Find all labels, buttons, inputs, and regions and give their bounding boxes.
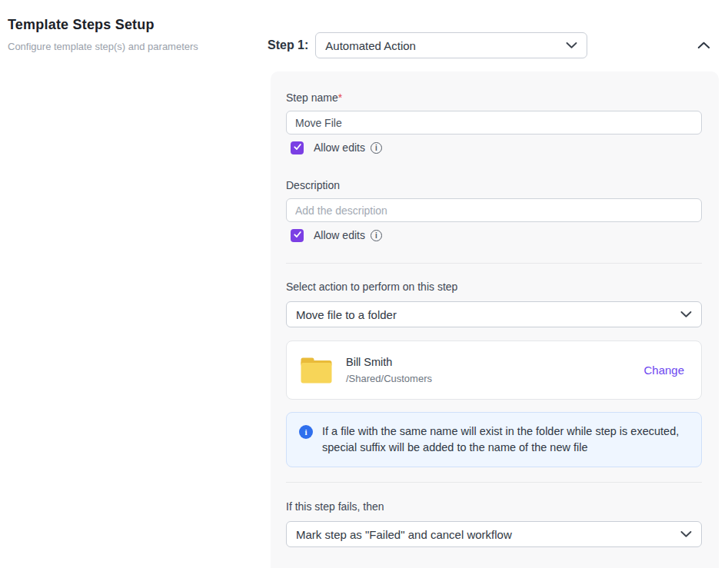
info-alert: i If a file with the same name will exis… bbox=[286, 412, 702, 467]
step-name-label-text: Step name bbox=[286, 91, 338, 104]
folder-icon bbox=[301, 357, 332, 384]
chevron-down-icon bbox=[680, 311, 692, 318]
info-circle-outline-icon[interactable]: i bbox=[371, 230, 382, 241]
action-select-value: Move file to a folder bbox=[296, 308, 397, 321]
failure-select[interactable]: Mark step as "Failed" and cancel workflo… bbox=[286, 521, 702, 547]
template-steps-setup-page: Template Steps Setup Configure template … bbox=[0, 0, 728, 568]
step-type-value: Automated Action bbox=[325, 39, 416, 52]
change-folder-link[interactable]: Change bbox=[643, 364, 684, 377]
allow-edits-label: Allow edits bbox=[314, 141, 365, 154]
page-intro: Template Steps Setup Configure template … bbox=[8, 17, 254, 52]
step-config-panel: Step name* Allow edits i Description bbox=[271, 71, 719, 568]
step-name-label: Step name* bbox=[286, 91, 703, 104]
page-subtitle: Configure template step(s) and parameter… bbox=[8, 41, 254, 52]
step-editor: Step 1: Automated Action Step name* bbox=[268, 0, 719, 568]
allow-edits-checkbox[interactable] bbox=[291, 229, 304, 242]
info-circle-filled-icon: i bbox=[299, 425, 313, 439]
chevron-down-icon bbox=[680, 531, 692, 538]
folder-owner-name: Bill Smith bbox=[346, 356, 432, 368]
destination-folder-card: Bill Smith /Shared/Customers Change bbox=[286, 340, 702, 400]
action-select[interactable]: Move file to a folder bbox=[286, 301, 702, 327]
section-divider bbox=[286, 482, 702, 483]
info-circle-outline-icon[interactable]: i bbox=[371, 142, 382, 154]
allow-edits-checkbox[interactable] bbox=[291, 141, 304, 154]
page-title: Template Steps Setup bbox=[8, 17, 254, 33]
folder-meta: Bill Smith /Shared/Customers bbox=[346, 356, 432, 384]
step-header: Step 1: Automated Action bbox=[268, 32, 719, 58]
description-allow-edits-row: Allow edits i bbox=[286, 228, 703, 243]
step-number-label: Step 1: bbox=[268, 38, 308, 52]
check-icon bbox=[293, 141, 302, 154]
collapse-step-button[interactable] bbox=[694, 36, 713, 55]
check-icon bbox=[293, 228, 302, 242]
folder-path: /Shared/Customers bbox=[346, 373, 432, 384]
chevron-down-icon bbox=[566, 42, 577, 49]
chevron-up-icon bbox=[697, 38, 710, 52]
required-asterisk: * bbox=[338, 91, 342, 104]
failure-select-value: Mark step as "Failed" and cancel workflo… bbox=[296, 528, 512, 541]
step-name-input[interactable] bbox=[286, 111, 702, 135]
info-alert-text: If a file with the same name will exist … bbox=[322, 424, 689, 456]
section-divider bbox=[286, 263, 702, 264]
description-input[interactable] bbox=[286, 198, 702, 222]
failure-select-label: If this step fails, then bbox=[286, 500, 703, 513]
step-type-select[interactable]: Automated Action bbox=[315, 32, 587, 58]
step-name-allow-edits-row: Allow edits i bbox=[286, 140, 703, 155]
description-label: Description bbox=[286, 179, 703, 191]
action-select-label: Select action to perform on this step bbox=[286, 281, 703, 293]
allow-edits-label: Allow edits bbox=[314, 229, 365, 241]
